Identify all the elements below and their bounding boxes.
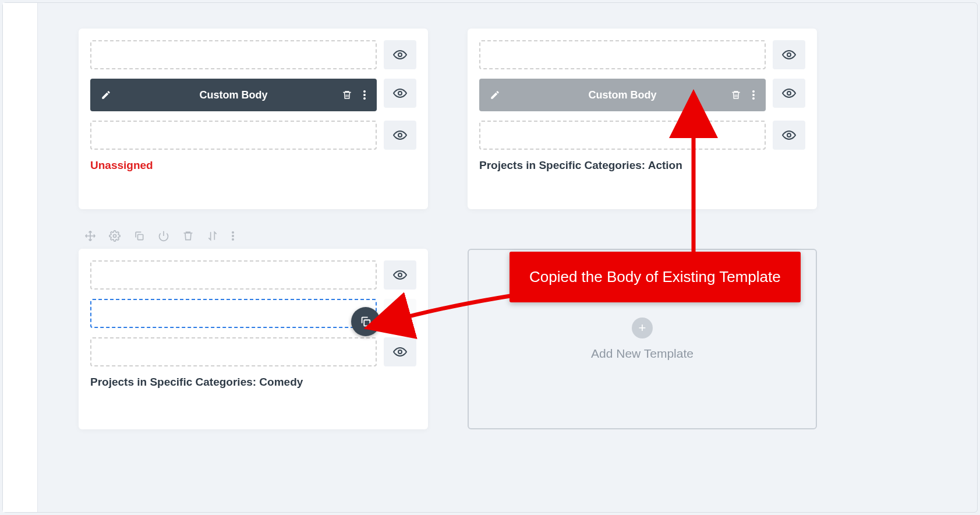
plus-icon: + xyxy=(639,322,646,334)
annotation-callout: Copied the Body of Existing Template xyxy=(510,252,801,302)
svg-point-0 xyxy=(398,53,402,57)
card-toolbar xyxy=(84,230,235,242)
svg-point-5 xyxy=(398,133,402,137)
svg-point-16 xyxy=(232,238,234,241)
svg-rect-13 xyxy=(138,235,143,240)
header-slot-row xyxy=(90,40,416,69)
svg-point-14 xyxy=(232,231,234,234)
header-slot-row xyxy=(479,40,805,69)
more-icon[interactable] xyxy=(363,90,366,100)
svg-point-6 xyxy=(787,53,791,57)
trash-icon[interactable] xyxy=(731,90,741,100)
footer-slot[interactable] xyxy=(90,121,377,150)
svg-point-3 xyxy=(363,97,366,100)
svg-point-8 xyxy=(752,94,755,96)
svg-rect-20 xyxy=(364,320,370,326)
svg-point-17 xyxy=(398,273,402,277)
sort-icon[interactable] xyxy=(207,230,218,242)
svg-point-18 xyxy=(398,312,402,315)
body-label: Custom Body xyxy=(479,89,766,101)
eye-icon xyxy=(393,86,407,100)
edit-icon[interactable] xyxy=(101,90,111,100)
svg-point-1 xyxy=(363,90,366,93)
footer-slot[interactable] xyxy=(479,121,766,150)
left-rail xyxy=(3,3,38,512)
copy-icon[interactable] xyxy=(133,230,145,242)
card-caption: Projects in Specific Categories: Action xyxy=(479,159,805,172)
more-icon[interactable] xyxy=(752,90,755,100)
custom-body-bar[interactable]: Custom Body xyxy=(90,79,377,111)
footer-slot-row xyxy=(90,121,416,150)
svg-point-9 xyxy=(752,97,755,100)
header-slot[interactable] xyxy=(479,40,766,69)
visibility-toggle[interactable] xyxy=(773,121,805,150)
app-frame: Custom Body xyxy=(2,2,978,513)
eye-icon xyxy=(393,128,407,142)
footer-slot[interactable] xyxy=(90,337,377,366)
eye-icon xyxy=(782,128,796,142)
svg-point-11 xyxy=(787,133,791,137)
footer-slot-row xyxy=(90,337,416,366)
body-slot-active[interactable] xyxy=(90,299,377,328)
svg-point-10 xyxy=(787,91,791,95)
add-button[interactable]: + xyxy=(632,318,653,338)
eye-icon xyxy=(393,268,407,282)
visibility-toggle[interactable] xyxy=(384,260,416,290)
template-card-comedy: Projects in Specific Categories: Comedy xyxy=(79,249,428,429)
move-icon[interactable] xyxy=(84,230,96,242)
gear-icon[interactable] xyxy=(109,230,121,242)
header-slot[interactable] xyxy=(90,40,377,69)
trash-icon[interactable] xyxy=(342,90,352,100)
callout-text: Copied the Body of Existing Template xyxy=(529,268,781,285)
card-caption: Projects in Specific Categories: Comedy xyxy=(90,376,416,389)
visibility-toggle[interactable] xyxy=(384,79,416,108)
eye-icon xyxy=(393,345,407,359)
body-row: Custom Body xyxy=(479,79,805,111)
visibility-toggle[interactable] xyxy=(384,121,416,150)
template-card-unassigned: Custom Body xyxy=(79,29,428,209)
visibility-toggle[interactable] xyxy=(384,337,416,366)
header-slot[interactable] xyxy=(90,260,377,290)
visibility-toggle[interactable] xyxy=(384,40,416,69)
visibility-toggle[interactable] xyxy=(384,299,416,328)
edit-icon[interactable] xyxy=(490,90,500,100)
body-label: Custom Body xyxy=(90,89,377,101)
eye-icon xyxy=(393,306,407,320)
svg-point-2 xyxy=(363,94,366,96)
eye-icon xyxy=(782,86,796,100)
template-grid: Custom Body xyxy=(55,3,960,512)
visibility-toggle[interactable] xyxy=(773,79,805,108)
card-caption: Unassigned xyxy=(90,159,416,172)
eye-icon xyxy=(393,48,407,62)
power-icon[interactable] xyxy=(158,230,169,242)
paste-body-button[interactable] xyxy=(351,307,380,336)
footer-slot-row xyxy=(479,121,805,150)
body-row: Custom Body xyxy=(90,79,416,111)
more-icon[interactable] xyxy=(231,231,235,241)
svg-point-4 xyxy=(398,91,402,95)
svg-point-19 xyxy=(398,350,402,354)
copy-icon xyxy=(359,315,372,328)
svg-point-12 xyxy=(114,235,116,238)
eye-icon xyxy=(782,48,796,62)
trash-icon[interactable] xyxy=(182,230,194,242)
svg-point-15 xyxy=(232,235,234,237)
svg-point-7 xyxy=(752,90,755,93)
custom-body-bar[interactable]: Custom Body xyxy=(479,79,766,111)
header-slot-row xyxy=(90,260,416,290)
visibility-toggle[interactable] xyxy=(773,40,805,69)
add-template-label: Add New Template xyxy=(591,347,694,361)
template-card-action: Custom Body xyxy=(468,29,817,209)
